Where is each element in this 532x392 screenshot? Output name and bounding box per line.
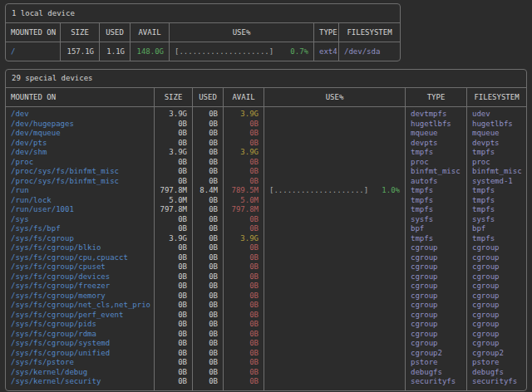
mount-point-cell: /sys/kernel/debug bbox=[6, 368, 155, 378]
avail-cell: 0B bbox=[224, 272, 264, 282]
usage-bar-cell bbox=[264, 320, 406, 330]
filesystem-cell: cgroup bbox=[467, 243, 526, 253]
usage-bar-cell bbox=[264, 148, 406, 158]
filesystem-cell: cgroup bbox=[467, 253, 526, 263]
size-cell: 797.8M bbox=[155, 205, 193, 215]
used-cell: 0B bbox=[193, 148, 224, 158]
avail-cell: 0B bbox=[224, 253, 264, 263]
table-title: 1 local device bbox=[6, 4, 400, 23]
type-cell: ext4 bbox=[314, 42, 339, 61]
usage-bar-track: [....................] bbox=[175, 42, 273, 61]
size-cell: 0B bbox=[155, 158, 193, 168]
usage-bar-cell: [....................]0.7% bbox=[170, 42, 314, 61]
avail-cell: 0B bbox=[224, 368, 264, 378]
usage-bar-cell bbox=[264, 167, 406, 177]
type-cell: cgroup bbox=[406, 292, 467, 301]
grid-spacer bbox=[155, 387, 193, 390]
grid-spacer bbox=[224, 387, 264, 390]
avail-cell: 0B bbox=[224, 262, 264, 272]
usage-bar-cell bbox=[264, 215, 406, 225]
used-cell: 0B bbox=[193, 243, 224, 253]
type-cell: cgroup bbox=[406, 243, 467, 253]
filesystem-cell: devpts bbox=[467, 139, 526, 149]
col-header-used: USED bbox=[193, 88, 224, 107]
size-cell: 0B bbox=[155, 330, 193, 340]
used-cell: 0B bbox=[193, 215, 224, 225]
used-cell: 0B bbox=[193, 377, 224, 387]
size-cell: 0B bbox=[155, 167, 193, 177]
mount-point-cell: /sys/fs/cgroup/unified bbox=[6, 349, 155, 359]
size-cell: 0B bbox=[155, 358, 193, 368]
type-cell: cgroup bbox=[406, 311, 467, 321]
filesystem-cell: sysfs bbox=[467, 215, 526, 225]
type-cell: pstore bbox=[406, 358, 467, 368]
usage-bar-cell bbox=[264, 301, 406, 311]
usage-bar-cell bbox=[264, 158, 406, 168]
usage-bar-cell bbox=[264, 292, 406, 301]
avail-cell: 0B bbox=[224, 167, 264, 177]
used-cell: 0B bbox=[193, 234, 224, 244]
avail-cell: 3.9G bbox=[224, 148, 264, 158]
filesystem-cell: debugfs bbox=[467, 368, 526, 378]
mount-point-cell: /sys/fs/cgroup/freezer bbox=[6, 282, 155, 292]
size-cell: 0B bbox=[155, 320, 193, 330]
usage-bar-cell bbox=[264, 349, 406, 359]
size-cell: 0B bbox=[155, 301, 193, 311]
col-header-type: TYPE bbox=[406, 88, 467, 107]
filesystem-cell: /dev/sda bbox=[339, 42, 400, 61]
special-devices-grid: MOUNTED ON SIZE USED AVAIL USE% TYPE FIL… bbox=[6, 88, 526, 390]
size-cell: 797.8M bbox=[155, 186, 193, 196]
usage-bar-cell bbox=[264, 282, 406, 292]
mount-point-cell: /dev/hugepages bbox=[6, 120, 155, 130]
mount-point-cell: /sys/fs/cgroup/blkio bbox=[6, 243, 155, 253]
size-cell: 0B bbox=[155, 292, 193, 301]
local-devices-grid: MOUNTED ON SIZE USED AVAIL USE% TYPE FIL… bbox=[6, 23, 400, 61]
type-cell: mqueue bbox=[406, 129, 467, 139]
used-cell: 0B bbox=[193, 311, 224, 321]
avail-cell: 0B bbox=[224, 215, 264, 225]
used-cell: 0B bbox=[193, 205, 224, 215]
size-cell: 0B bbox=[155, 215, 193, 225]
col-header-size: SIZE bbox=[155, 88, 193, 107]
used-cell: 0B bbox=[193, 158, 224, 168]
type-cell: securityfs bbox=[406, 377, 467, 387]
avail-cell: 0B bbox=[224, 120, 264, 130]
type-cell: autofs bbox=[406, 177, 467, 187]
avail-cell: 3.9G bbox=[224, 110, 264, 120]
type-cell: cgroup bbox=[406, 339, 467, 349]
size-cell: 0B bbox=[155, 262, 193, 272]
usage-percent: 0.7% bbox=[290, 42, 308, 61]
type-cell: bpf bbox=[406, 224, 467, 234]
mount-point-cell: /sys/fs/bpf bbox=[6, 224, 155, 234]
type-cell: tmpfs bbox=[406, 205, 467, 215]
mount-point-cell: /run/lock bbox=[6, 196, 155, 206]
size-cell: 3.9G bbox=[155, 234, 193, 244]
used-cell: 0B bbox=[193, 262, 224, 272]
col-header-mounted-on: MOUNTED ON bbox=[6, 23, 61, 42]
usage-bar-track: [....................] bbox=[269, 186, 368, 196]
used-cell: 0B bbox=[193, 167, 224, 177]
size-cell: 0B bbox=[155, 368, 193, 378]
used-cell: 0B bbox=[193, 224, 224, 234]
usage-bar-cell bbox=[264, 205, 406, 215]
mount-point-cell: /dev/shm bbox=[6, 148, 155, 158]
grid-spacer bbox=[406, 387, 467, 390]
used-cell: 0B bbox=[193, 368, 224, 378]
mount-point-cell: /proc bbox=[6, 158, 155, 168]
usage-bar-cell bbox=[264, 139, 406, 149]
usage-bar-cell bbox=[264, 224, 406, 234]
used-cell: 0B bbox=[193, 139, 224, 149]
type-cell: cgroup bbox=[406, 262, 467, 272]
mount-point-cell: /dev bbox=[6, 110, 155, 120]
usage-bar-cell bbox=[264, 129, 406, 139]
mount-point-cell: /sys/fs/cgroup/cpuset bbox=[6, 262, 155, 272]
filesystem-cell: systemd-1 bbox=[467, 177, 526, 187]
filesystem-cell: cgroup bbox=[467, 292, 526, 301]
used-cell: 0B bbox=[193, 301, 224, 311]
used-cell: 0B bbox=[193, 120, 224, 130]
filesystem-cell: tmpfs bbox=[467, 148, 526, 158]
avail-cell: 797.8M bbox=[224, 205, 264, 215]
mount-point-cell: /sys bbox=[6, 215, 155, 225]
type-cell: hugetlbfs bbox=[406, 120, 467, 130]
terminal-screen: { "colors": { "background": "#2c2c2c", "… bbox=[0, 0, 532, 392]
